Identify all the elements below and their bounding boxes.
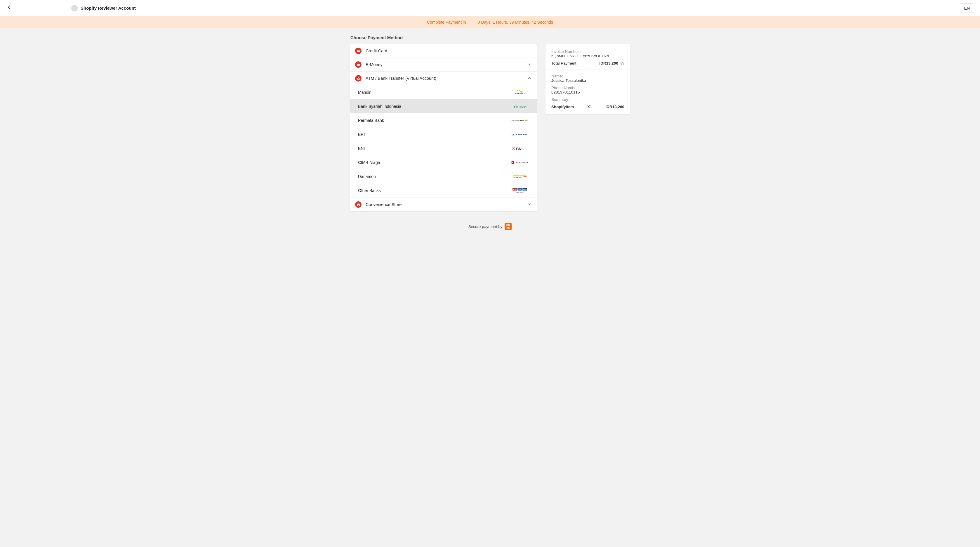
svg-rect-6: [358, 78, 358, 79]
bank-label: Permata Bank: [358, 118, 384, 123]
bank-label: BRI: [358, 132, 365, 137]
method-label: ATM / Bank Transfer (Virtual Account): [366, 76, 436, 81]
name-value: Jessica Tessalonika: [551, 78, 624, 83]
item-name: Shopifyitem: [551, 105, 574, 109]
svg-rect-8: [359, 78, 360, 79]
bank-danamon[interactable]: Danamon Danamon: [350, 169, 537, 183]
copy-icon: [620, 61, 624, 65]
svg-text:BSI: BSI: [514, 105, 518, 108]
bank-label: Other Banks: [358, 188, 381, 193]
copy-button[interactable]: [620, 61, 624, 65]
bank-icon: [355, 75, 361, 81]
language-button[interactable]: EN: [960, 3, 974, 13]
item-price: IDR13,200: [605, 105, 624, 109]
bank-label: Mandiri: [358, 90, 371, 95]
title-wrap: Shopify Reviewer Account: [71, 5, 136, 11]
svg-text:Permata: Permata: [512, 120, 519, 121]
bank-bni[interactable]: BNI BNI: [350, 142, 537, 155]
danamon-logo: Danamon: [511, 174, 528, 179]
svg-text:VA by DOKU: VA by DOKU: [516, 192, 523, 193]
other-banks-logo: ALTO ATM Prima VA by DOKU: [511, 188, 528, 193]
svg-text:BANK SYARIAH: BANK SYARIAH: [520, 106, 527, 107]
footer-text: Secure payment by: [468, 225, 502, 229]
svg-text:mandiri: mandiri: [515, 92, 525, 95]
countdown-label: Complete Payment in: [427, 20, 466, 24]
total-value: IDR13,200: [599, 61, 618, 65]
svg-rect-2: [357, 50, 360, 51]
store-icon: [355, 201, 361, 208]
back-button[interactable]: [6, 5, 13, 11]
method-cvs[interactable]: Convenience Store: [350, 198, 537, 211]
svg-rect-9: [357, 79, 360, 80]
total-label: Total Payment: [551, 61, 576, 65]
permata-logo: PermataBank: [511, 118, 528, 123]
header: Shopify Reviewer Account EN: [0, 0, 980, 16]
bank-label: Danamon: [358, 174, 376, 179]
invoice-number: nQbM0FC6RlJOLfr6zOVrOEH7o: [551, 54, 624, 58]
countdown-bar: Complete Payment in 0 Days, 1 Hours, 39 …: [0, 16, 980, 28]
svg-text:Prima: Prima: [523, 189, 527, 190]
summary-label: Summary:: [551, 97, 624, 102]
chevron-down-icon: [527, 202, 531, 207]
method-va[interactable]: ATM / Bank Transfer (Virtual Account): [350, 72, 537, 85]
svg-text:Danamon: Danamon: [513, 177, 522, 179]
svg-rect-35: [621, 62, 623, 64]
summary-item: Shopifyitem X1 IDR13,200: [551, 105, 624, 109]
phone-value: 6281370110115: [551, 90, 624, 94]
bank-bsi[interactable]: Bank Syariah Indonesia BSIBANK SYARIAHIN…: [350, 99, 537, 113]
phone-label: Phone Number:: [551, 86, 624, 90]
bri-logo: RBANK BRI: [511, 131, 528, 137]
chevron-left-icon: [7, 5, 12, 10]
bank-mandiri[interactable]: Mandiri mandiri: [350, 85, 537, 99]
mandiri-logo: mandiri: [511, 89, 528, 95]
method-credit-card[interactable]: Credit Card: [350, 44, 537, 58]
svg-text:CIMB: CIMB: [515, 161, 520, 164]
svg-text:INDONESIA: INDONESIA: [520, 107, 525, 108]
bni-logo: BNI: [511, 145, 528, 152]
method-label: Credit Card: [366, 48, 387, 53]
payment-methods-card: Credit Card E-Money: [350, 44, 537, 211]
cimb-logo: CIMBNIAGA: [511, 159, 528, 165]
svg-point-4: [359, 64, 359, 65]
bank-label: BNI: [358, 146, 365, 151]
chevron-down-icon: [527, 62, 531, 67]
svg-text:BNI: BNI: [516, 147, 522, 151]
bank-bri[interactable]: BRI RBANK BRI: [350, 128, 537, 142]
method-label: E-Money: [366, 62, 383, 67]
bank-label: Bank Syariah Indonesia: [358, 104, 401, 109]
chevron-up-icon: [527, 76, 531, 81]
svg-text:ALTO: ALTO: [513, 189, 517, 190]
bank-cimb[interactable]: CIMB Niaga CIMBNIAGA: [350, 155, 537, 169]
bank-permata[interactable]: Permata Bank PermataBank: [350, 113, 537, 128]
card-icon: [355, 48, 361, 54]
footer: Secure payment by DOKU: [350, 223, 630, 230]
svg-text:NIAGA: NIAGA: [522, 161, 528, 164]
bsi-logo: BSIBANK SYARIAHINDONESIA: [511, 104, 528, 109]
svg-text:BANK BRI: BANK BRI: [516, 133, 527, 136]
svg-text:ATM: ATM: [519, 189, 521, 190]
svg-rect-33: [358, 205, 359, 206]
doku-logo: DOKU: [504, 223, 512, 230]
svg-rect-34: [621, 62, 624, 65]
svg-text:R: R: [512, 133, 514, 136]
section-heading: Choose Payment Method: [350, 35, 630, 40]
page-title: Shopify Reviewer Account: [81, 6, 136, 11]
method-label: Convenience Store: [366, 202, 401, 207]
countdown-value: 0 Days, 1 Hours, 39 Minutes, 42 Seconds: [478, 20, 553, 24]
item-qty: X1: [587, 105, 592, 109]
svg-rect-5: [357, 78, 358, 79]
invoice-label: Invoice Number :: [551, 49, 624, 54]
bank-other[interactable]: Other Banks ALTO ATM Prima VA by DOKU: [350, 183, 537, 198]
avatar: [71, 5, 78, 11]
name-label: Name:: [551, 74, 624, 78]
method-e-money[interactable]: E-Money: [350, 58, 537, 72]
bank-list: Mandiri mandiri Bank Syariah Indonesia B…: [350, 85, 537, 198]
bank-label: CIMB Niaga: [358, 160, 380, 165]
summary-card: Invoice Number : nQbM0FC6RlJOLfr6zOVrOEH…: [546, 44, 630, 114]
wallet-icon: [355, 61, 361, 68]
svg-rect-24: [523, 176, 527, 177]
svg-text:Bank: Bank: [520, 120, 525, 121]
